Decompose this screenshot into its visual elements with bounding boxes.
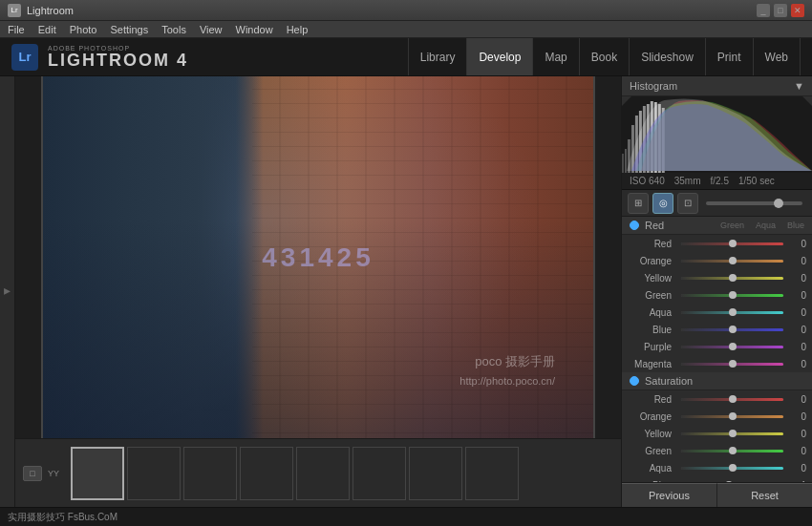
module-library[interactable]: Library — [408, 38, 468, 75]
hue-purple-row: Purple 0 — [622, 338, 812, 355]
filmstrip-thumb[interactable] — [353, 447, 406, 500]
sat-aqua-thumb[interactable] — [729, 464, 737, 472]
filmstrip-thumb[interactable] — [240, 447, 293, 500]
reset-button[interactable]: Reset — [717, 483, 812, 507]
sat-aqua-slider[interactable] — [681, 467, 783, 470]
tool-slider[interactable] — [706, 201, 802, 205]
hue-aqua-slider[interactable] — [681, 311, 783, 314]
menu-file[interactable]: File — [8, 24, 25, 35]
filmstrip-thumb[interactable] — [127, 447, 181, 500]
hue-purple-thumb[interactable] — [729, 343, 737, 350]
menu-photo[interactable]: Photo — [70, 24, 97, 35]
filmstrip-thumb[interactable] — [183, 447, 237, 500]
camera-info: ISO 640 35mm f/2.5 1/50 sec — [622, 173, 812, 190]
hue-orange-thumb[interactable] — [729, 257, 737, 264]
module-slideshow[interactable]: Slideshow — [630, 38, 706, 75]
minimize-button[interactable]: _ — [757, 4, 770, 17]
module-map[interactable]: Map — [533, 38, 579, 75]
sat-green-slider[interactable] — [681, 450, 783, 452]
filmstrip-thumb[interactable] — [409, 447, 462, 500]
hue-green-slider[interactable] — [681, 294, 783, 297]
sat-aqua-row: Aqua 0 — [622, 459, 812, 476]
filmstrip-thumb[interactable] — [465, 447, 519, 500]
module-book[interactable]: Book — [580, 38, 630, 75]
filmstrip-thumb[interactable] — [296, 447, 350, 500]
sat-orange-slider[interactable] — [681, 415, 783, 418]
sat-green-thumb[interactable] — [729, 447, 737, 454]
hue-orange-slider[interactable] — [681, 260, 783, 263]
hue-blue-slider[interactable] — [681, 328, 783, 331]
svg-marker-13 — [802, 96, 812, 106]
filmstrip-thumb-active[interactable] — [71, 447, 124, 500]
filmstrip-view-btn[interactable]: □ — [23, 466, 42, 481]
previous-button[interactable]: Previous — [622, 483, 717, 507]
sat-green-label: Green — [628, 446, 677, 456]
menu-view[interactable]: View — [200, 24, 223, 35]
histogram-chart — [622, 96, 812, 173]
redeye-tool[interactable]: ⊡ — [677, 193, 698, 214]
close-button[interactable]: ✕ — [791, 4, 804, 17]
hue-yellow-value: 0 — [787, 273, 806, 284]
sat-orange-row: Orange 0 — [622, 408, 812, 425]
sat-yellow-slider[interactable] — [681, 432, 783, 435]
hue-toggle[interactable] — [630, 221, 639, 230]
module-print[interactable]: Print — [706, 38, 754, 75]
watermark-number: 431425 — [262, 242, 374, 273]
saturation-toggle[interactable] — [630, 376, 639, 386]
hue-magenta-thumb[interactable] — [729, 360, 737, 368]
hue-yellow-label: Yellow — [628, 273, 677, 284]
crop-tool[interactable]: ⊞ — [628, 193, 649, 214]
sat-red-value: 0 — [787, 394, 806, 405]
hue-aqua-thumb[interactable] — [729, 308, 737, 316]
adjustments-panel: Red Green Aqua Blue Red 0 Orange — [622, 217, 812, 482]
menu-edit[interactable]: Edit — [38, 24, 56, 35]
hue-blue-thumb[interactable] — [729, 326, 737, 333]
app-icon: Lr — [8, 4, 21, 17]
hue-yellow-slider[interactable] — [681, 277, 783, 280]
hue-magenta-slider[interactable] — [681, 363, 783, 366]
hue-orange-label: Orange — [628, 256, 677, 266]
bottom-buttons: Previous Reset — [622, 482, 812, 507]
sat-green-row: Green 0 — [622, 442, 812, 459]
watermark-text: poco 摄影手册 — [475, 353, 555, 370]
hue-tab[interactable]: Green — [720, 221, 744, 230]
hue-blue-row: Blue 0 — [622, 321, 812, 338]
menu-window[interactable]: Window — [236, 24, 273, 35]
hue-blue-label: Blue — [628, 325, 677, 335]
menu-tools[interactable]: Tools — [161, 24, 186, 35]
sat-yellow-thumb[interactable] — [729, 430, 737, 437]
maximize-button[interactable]: □ — [774, 4, 787, 17]
sat-orange-thumb[interactable] — [729, 412, 737, 420]
titlebar: Lr Lightroom _ □ ✕ — [0, 0, 812, 21]
hue-red-thumb[interactable] — [729, 240, 737, 247]
sat-red-thumb[interactable] — [729, 395, 737, 403]
hue-green-row: Green 0 — [622, 286, 812, 304]
module-web[interactable]: Web — [754, 38, 801, 75]
histogram-area — [622, 96, 812, 173]
sat-yellow-label: Yellow — [628, 429, 677, 439]
sat-red-slider[interactable] — [681, 398, 783, 401]
sat-aqua-label: Aqua — [628, 463, 677, 473]
module-develop[interactable]: Develop — [467, 38, 533, 75]
tool-slider-thumb[interactable] — [774, 199, 783, 208]
histogram-dropdown-icon[interactable]: ▼ — [794, 80, 804, 92]
app-title-block: ADOBE PHOTOSHOP LIGHTROOM 4 — [48, 45, 188, 69]
lr-logo: Lr — [11, 44, 38, 71]
menu-help[interactable]: Help — [287, 24, 309, 35]
hue-yellow-thumb[interactable] — [729, 274, 737, 282]
statusbar: 实用摄影技巧 FsBus.CoM — [0, 507, 812, 526]
svg-rect-1 — [625, 149, 627, 173]
hue-tab2[interactable]: Aqua — [756, 221, 776, 230]
spot-removal-tool[interactable]: ◎ — [652, 193, 673, 214]
histogram-title: Histogram — [630, 80, 677, 92]
hue-purple-slider[interactable] — [681, 346, 783, 348]
center-panel: 431425 poco 摄影手册 http://photo.poco.cn/ □… — [15, 76, 621, 507]
app-title: LIGHTROOM 4 — [48, 52, 188, 69]
hue-tab3[interactable]: Blue — [787, 221, 804, 230]
hue-red-slider[interactable] — [681, 242, 783, 245]
menu-settings[interactable]: Settings — [110, 24, 148, 35]
filmstrip: □ YY — [15, 438, 621, 507]
sat-yellow-value: 0 — [787, 429, 806, 439]
window-controls[interactable]: _ □ ✕ — [757, 4, 804, 17]
hue-green-thumb[interactable] — [729, 291, 737, 299]
